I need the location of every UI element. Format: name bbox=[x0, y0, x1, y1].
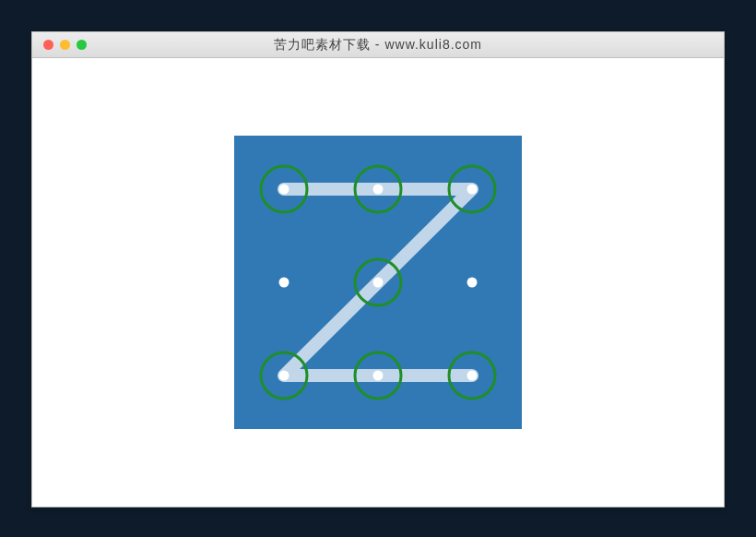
pattern-node-dot[interactable] bbox=[279, 371, 289, 381]
pattern-node-dot[interactable] bbox=[373, 371, 384, 381]
traffic-lights bbox=[32, 40, 87, 50]
titlebar: 苦力吧素材下载 - www.kuli8.com bbox=[32, 32, 724, 58]
pattern-node-dot[interactable] bbox=[467, 278, 478, 288]
content-area bbox=[32, 58, 724, 507]
pattern-node-dot[interactable] bbox=[373, 278, 384, 288]
pattern-node-dot[interactable] bbox=[373, 185, 384, 195]
close-icon[interactable] bbox=[43, 40, 53, 50]
pattern-node-dot[interactable] bbox=[467, 371, 478, 381]
minimize-icon[interactable] bbox=[60, 40, 70, 50]
pattern-node-dot[interactable] bbox=[279, 185, 289, 195]
pattern-lock[interactable] bbox=[234, 136, 522, 429]
window-title: 苦力吧素材下载 - www.kuli8.com bbox=[32, 37, 724, 54]
pattern-node-dot[interactable] bbox=[279, 278, 289, 288]
maximize-icon[interactable] bbox=[77, 40, 87, 50]
browser-window: 苦力吧素材下载 - www.kuli8.com bbox=[31, 31, 725, 507]
pattern-lock-canvas[interactable] bbox=[234, 136, 522, 429]
pattern-node-dot[interactable] bbox=[467, 185, 478, 195]
